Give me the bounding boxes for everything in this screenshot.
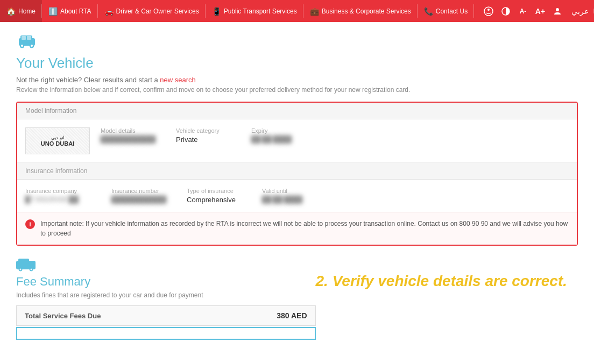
fee-annotation-wrapper: 2. Verify vehicle details are correct.: [316, 256, 578, 290]
insurance-company-field: Insurance company █T INSURANC██: [25, 188, 101, 203]
model-info-content: لنو دبي UNO DUBAI Model details ████████…: [17, 119, 577, 162]
fee-total-value: 380 AED: [277, 311, 307, 320]
info-icon: i: [25, 219, 35, 229]
car-icon: 🚗: [104, 7, 114, 16]
important-note: i Important note: If your vehicle inform…: [17, 212, 577, 245]
arabic-language[interactable]: عربي: [566, 7, 594, 16]
info-icon: ℹ️: [48, 7, 58, 16]
important-note-text: Important note: If your vehicle informat…: [40, 219, 569, 238]
valid-until-value: ██/██/████: [262, 196, 327, 203]
home-icon: 🏠: [6, 7, 16, 16]
vehicle-category-value: Private: [176, 135, 241, 144]
font-decrease-icon[interactable]: A-: [514, 0, 532, 22]
svg-rect-10: [22, 36, 26, 40]
insurance-type-label: Type of insurance: [187, 188, 251, 194]
insurance-company-label: Insurance company: [25, 188, 101, 194]
svg-point-9: [31, 45, 33, 47]
font-increase-icon[interactable]: A+: [532, 0, 549, 22]
svg-point-17: [31, 269, 32, 270]
insurance-section: Insurance information Insurance company …: [17, 162, 577, 212]
fee-title: Fee Summary: [16, 275, 316, 289]
fee-section-left: Fee Summary Includes fines that are regi…: [16, 256, 316, 340]
nav-business-corporate[interactable]: 💼 Business & Corporate Services: [303, 0, 418, 22]
model-info-header: Model information: [17, 103, 577, 119]
model-details-field: Model details ████████████: [101, 127, 165, 143]
insurance-number-value: ████████████: [111, 196, 176, 203]
fee-annotation-text: 2. Verify vehicle details are correct.: [316, 273, 567, 289]
insurance-type-value: Comprehensive: [187, 196, 251, 204]
valid-until-field: Valid until ██/██/████: [262, 188, 327, 203]
fee-section-icon: [16, 256, 316, 275]
svg-point-1: [487, 9, 490, 11]
model-details-value: ████████████: [101, 135, 165, 143]
svg-point-0: [484, 7, 493, 16]
vehicle-category-field: Vehicle category Private: [176, 127, 241, 144]
vehicle-category-label: Vehicle category: [176, 127, 241, 134]
fee-total-label: Total Service Fees Due: [25, 312, 101, 320]
page-title: Your Vehicle: [16, 55, 578, 72]
insurance-company-value: █T INSURANC██: [25, 196, 101, 203]
navbar: 🏠 Home ℹ️ About RTA 🚗 Driver & Car Owner…: [0, 0, 594, 22]
car-plate: لنو دبي UNO DUBAI: [25, 127, 90, 154]
insurance-number-field: Insurance number ████████████: [111, 188, 176, 203]
svg-rect-13: [18, 259, 29, 264]
briefcase-icon: 💼: [310, 7, 319, 16]
fee-subtitle: Includes fines that are registered to yo…: [16, 291, 316, 299]
subtitle-text: Not the right vehicle? Clear results and…: [16, 76, 578, 84]
nav-contact-us[interactable]: 📞 Contact Us: [418, 0, 474, 22]
valid-until-label: Valid until: [262, 188, 327, 194]
nav-right-controls: A- A+ عربي: [480, 0, 594, 22]
expiry-field: Expiry ██/██/████: [251, 127, 316, 143]
insurance-info-header: Insurance information: [17, 163, 577, 180]
vehicle-info-box: Model information لنو دبي UNO DUBAI Mode…: [16, 102, 578, 246]
vehicle-section: Your Vehicle Not the right vehicle? Clea…: [16, 33, 578, 246]
nav-about-rta[interactable]: ℹ️ About RTA: [42, 0, 98, 22]
insurance-info-content: Insurance company █T INSURANC██ Insuranc…: [17, 180, 577, 212]
accessibility-icon-1[interactable]: [480, 0, 497, 22]
fee-total-row: Total Service Fees Due 380 AED: [16, 305, 316, 326]
user-icon[interactable]: [549, 0, 566, 22]
insurance-type-field: Type of insurance Comprehensive: [187, 188, 251, 204]
model-details-label: Model details: [101, 127, 165, 134]
svg-point-3: [556, 8, 559, 11]
review-text: Review the information below and if corr…: [16, 86, 578, 94]
expiry-label: Expiry: [251, 127, 316, 134]
nav-home[interactable]: 🏠 Home: [0, 0, 42, 22]
svg-point-15: [20, 269, 22, 270]
main-content: Your Vehicle Not the right vehicle? Clea…: [0, 22, 594, 351]
nav-public-transport[interactable]: 📱 Public Transport Services: [206, 0, 303, 22]
vehicle-section-icon: [16, 33, 578, 53]
expiry-value: ██/██/████: [251, 135, 316, 143]
new-search-link[interactable]: new search: [160, 76, 195, 84]
bus-icon: 📱: [212, 7, 221, 16]
svg-rect-11: [27, 36, 31, 40]
phone-icon: 📞: [424, 7, 433, 16]
fee-highlighted-row: [16, 327, 316, 340]
nav-driver-car[interactable]: 🚗 Driver & Car Owner Services: [98, 0, 206, 22]
contrast-icon[interactable]: [497, 0, 514, 22]
insurance-number-label: Insurance number: [111, 188, 176, 194]
svg-point-8: [21, 45, 23, 47]
fee-section: Fee Summary Includes fines that are regi…: [16, 256, 578, 340]
